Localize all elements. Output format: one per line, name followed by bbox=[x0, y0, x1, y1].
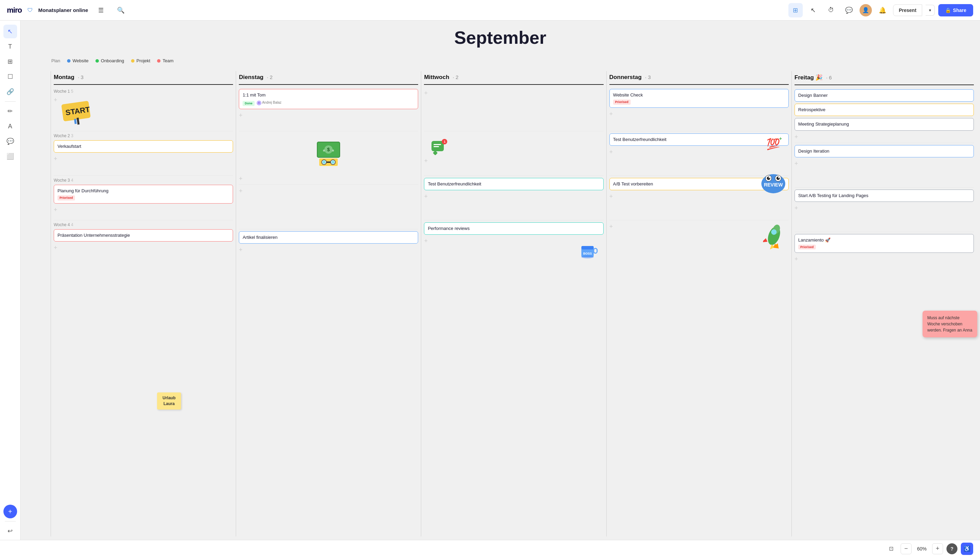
help-button[interactable]: ? bbox=[946, 543, 957, 554]
tuesday-week1-add[interactable]: + bbox=[239, 111, 418, 120]
urlaub-line1: Urlaub bbox=[161, 395, 177, 401]
monday-week3-add[interactable]: + bbox=[54, 206, 233, 214]
website-check-card[interactable]: Website Check Priorised bbox=[609, 89, 789, 108]
wednesday-header: Mittwoch · 2 bbox=[424, 71, 603, 85]
svg-point-16 bbox=[331, 160, 335, 164]
monday-week2-label: Woche 2 3 bbox=[54, 134, 233, 138]
wednesday-week4-area: Performance reviews BOSS + bbox=[424, 220, 603, 265]
sidebar-frame-tool[interactable]: ⬜ bbox=[3, 150, 17, 163]
zoom-plus-button[interactable]: + bbox=[932, 543, 943, 554]
praesentation-card[interactable]: Präsentation Unternehmensstrategie bbox=[54, 229, 233, 241]
sidebar-undo-button[interactable]: ↩ bbox=[3, 524, 17, 538]
lock-icon: 🔒 bbox=[945, 8, 951, 13]
friday-week3-add[interactable]: + bbox=[794, 204, 974, 212]
avatar[interactable]: 👤 bbox=[860, 4, 872, 16]
sidebar-add-button[interactable]: + bbox=[3, 505, 17, 518]
present-button[interactable]: Present bbox=[893, 5, 922, 16]
cursor-tool-button[interactable]: ↖ bbox=[806, 3, 820, 18]
verkaufstart-card[interactable]: Verkaufstart bbox=[54, 140, 233, 153]
friday-week4-add[interactable]: + bbox=[794, 255, 974, 264]
meeting-strat-card[interactable]: Meeting Strategieplanung bbox=[794, 118, 974, 130]
sidebar-sticky-tool[interactable]: ☐ bbox=[3, 70, 17, 83]
monday-week4-area: Woche 4 4 Präsentation Unternehmensstrat… bbox=[54, 220, 233, 265]
sidebar: ↖ T ⊞ ☐ 🔗 ✏ A 💬 ⬜ + ↩ ↪ bbox=[0, 21, 21, 557]
lanzamiento-title: Lanzamiento 🚀 bbox=[798, 237, 970, 243]
monday-name: Montag bbox=[54, 74, 74, 81]
sidebar-marker-tool[interactable]: A bbox=[3, 119, 17, 133]
tuesday-week2-add[interactable]: + bbox=[239, 174, 418, 183]
postpone-tooltip: Muss auf nächste Woche verschoben werden… bbox=[923, 311, 977, 337]
test-benutz-wed-card[interactable]: Test Benutzerfreundlichkeit bbox=[424, 178, 603, 190]
sidebar-text-tool[interactable]: T bbox=[3, 40, 17, 54]
svg-text:💯: 💯 bbox=[767, 138, 780, 151]
thursday-week2-area: 💯 + Test Benutzerfreundlichkeit + bbox=[609, 131, 789, 176]
assignee-label: A Andrej Balaz bbox=[257, 100, 282, 105]
test-benutz-thu-card[interactable]: Test Benutzerfreundlichkeit bbox=[609, 134, 789, 146]
design-banner-title: Design Banner bbox=[798, 92, 970, 99]
timer-button[interactable]: ⏱ bbox=[824, 3, 838, 18]
sidebar-link-tool[interactable]: 🔗 bbox=[3, 85, 17, 99]
wednesday-week2-add[interactable]: + bbox=[424, 157, 603, 165]
wednesday-week4-add[interactable]: + bbox=[424, 237, 603, 245]
design-iteration-card[interactable]: Design Iteration bbox=[794, 145, 974, 157]
ab-landing-title: Start A/B Testing für Landing Pages bbox=[798, 193, 970, 199]
perf-reviews-card[interactable]: Performance reviews bbox=[424, 222, 603, 235]
chat-notification: 1 bbox=[431, 140, 446, 157]
svg-rect-14 bbox=[326, 161, 330, 163]
svg-rect-20 bbox=[433, 146, 439, 147]
sidebar-comment-tool[interactable]: 💬 bbox=[3, 134, 17, 148]
zoom-minus-button[interactable]: − bbox=[900, 543, 912, 554]
friday-week2-add[interactable]: + bbox=[794, 160, 974, 168]
panel-toggle-button[interactable]: ⊡ bbox=[885, 542, 897, 555]
sidebar-divider bbox=[5, 101, 16, 102]
legend-team-dot bbox=[157, 59, 161, 63]
monday-week4-add[interactable]: + bbox=[54, 244, 233, 252]
search-button[interactable]: 🔍 bbox=[114, 3, 128, 18]
monday-week2-area: Woche 2 3 Verkaufstart + bbox=[54, 131, 233, 176]
retrospektive-card[interactable]: Retrospektive bbox=[794, 104, 974, 116]
col-wednesday: Mittwoch · 2 + bbox=[421, 71, 606, 536]
accessibility-button[interactable]: ♿ bbox=[961, 542, 973, 555]
legend-website-dot bbox=[67, 59, 70, 63]
sidebar-pen-tool[interactable]: ✏ bbox=[3, 104, 17, 118]
bell-button[interactable]: 🔔 bbox=[875, 3, 890, 18]
ab-landing-card[interactable]: Start A/B Testing für Landing Pages bbox=[794, 189, 974, 202]
thursday-week2-add[interactable]: + bbox=[609, 148, 789, 156]
thursday-week4-add[interactable]: + bbox=[609, 222, 789, 231]
friday-header: Freitag 🎉 · 6 bbox=[794, 71, 974, 85]
topbar: miro 🛡 Monatsplaner online ☰ 🔍 ⊞ ↖ ⏱ 💬 👤… bbox=[0, 0, 980, 21]
monday-week2-add[interactable]: + bbox=[54, 155, 233, 163]
tuesday-week3-add[interactable]: + bbox=[239, 187, 418, 195]
present-dropdown-button[interactable]: ▾ bbox=[926, 5, 935, 16]
legend-onboarding-dot bbox=[96, 59, 99, 63]
cash-sticker: $ bbox=[239, 140, 418, 168]
tuesday-week4-add[interactable]: + bbox=[239, 246, 418, 254]
perf-reviews-title: Performance reviews bbox=[428, 225, 599, 231]
friday-week1-add[interactable]: + bbox=[794, 133, 974, 141]
menu-button[interactable]: ☰ bbox=[94, 3, 108, 18]
share-button[interactable]: 🔒 Share bbox=[938, 4, 973, 16]
monday-week1-area: Woche 1 5 START + bbox=[54, 87, 233, 131]
verkaufstart-title: Verkaufstart bbox=[57, 143, 229, 150]
friday-week3-area: Start A/B Testing für Landing Pages + bbox=[794, 187, 974, 232]
sidebar-table-tool[interactable]: ⊞ bbox=[3, 55, 17, 68]
design-banner-card[interactable]: Design Banner bbox=[794, 89, 974, 102]
wednesday-week3-add[interactable]: + bbox=[424, 192, 603, 201]
planung-card[interactable]: Planung für Durchführung Priorised bbox=[54, 185, 233, 204]
friday-name: Freitag 🎉 bbox=[794, 74, 823, 81]
topbar-tools: ⊞ ↖ ⏱ 💬 👤 🔔 Present ▾ 🔒 Share bbox=[788, 3, 973, 18]
svg-point-34 bbox=[768, 177, 770, 178]
lanzamiento-card[interactable]: Lanzamiento 🚀 Priorised bbox=[794, 234, 974, 253]
sidebar-cursor-tool[interactable]: ↖ bbox=[3, 24, 17, 38]
grid-view-button[interactable]: ⊞ bbox=[788, 3, 803, 18]
artikel-card[interactable]: Artikel finalisieren bbox=[239, 231, 418, 244]
doc-title[interactable]: Monatsplaner online bbox=[38, 7, 88, 13]
thursday-week3-area: REVIEW A/B Test vorbereiten bbox=[609, 176, 789, 220]
thursday-week1-add[interactable]: + bbox=[609, 110, 789, 118]
monday-header: Montag · 3 bbox=[54, 71, 233, 85]
wednesday-week1-add[interactable]: + bbox=[424, 89, 603, 98]
start-sticker: START bbox=[60, 97, 95, 128]
thursday-num: · 3 bbox=[645, 74, 651, 80]
oneonone-card[interactable]: 1:1 mit Tom Done A Andrej Balaz bbox=[239, 89, 418, 109]
chat-button[interactable]: 💬 bbox=[842, 3, 856, 18]
